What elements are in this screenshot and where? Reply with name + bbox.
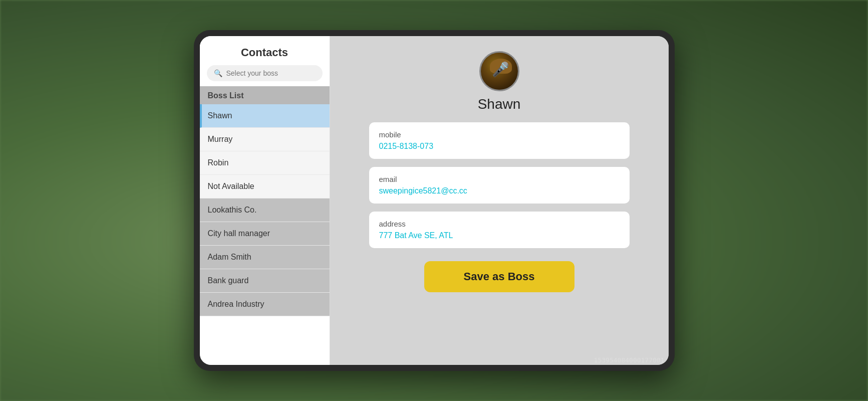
avatar	[479, 51, 519, 91]
contact-item-city-hall[interactable]: City hall manager	[200, 222, 330, 246]
email-card: email sweepingice5821@cc.cc	[369, 167, 630, 204]
contact-item-shawn[interactable]: Shawn	[200, 104, 330, 128]
email-value: sweepingice5821@cc.cc	[379, 186, 620, 195]
contact-item-andrea[interactable]: Andrea Industry	[200, 293, 330, 316]
section-boss-list: Boss List	[200, 86, 330, 104]
mobile-label: mobile	[379, 130, 620, 139]
search-bar[interactable]: 🔍	[207, 65, 323, 81]
sidebar-title: Contacts	[200, 36, 330, 65]
contact-item-adam-smith[interactable]: Adam Smith	[200, 246, 330, 269]
mobile-card: mobile 0215-8138-073	[369, 122, 630, 159]
mobile-value: 0215-8138-073	[379, 142, 620, 151]
address-card: address 777 Bat Ave SE, ATL	[369, 212, 630, 248]
address-value: 777 Bat Ave SE, ATL	[379, 231, 620, 240]
contact-item-robin[interactable]: Robin	[200, 151, 330, 175]
contact-list: Boss List Shawn Murray Robin Not Availab…	[200, 86, 330, 365]
save-as-boss-button[interactable]: Save as Boss	[424, 261, 574, 292]
search-input[interactable]	[226, 69, 316, 77]
contact-item-murray[interactable]: Murray	[200, 128, 330, 151]
contact-detail-header: Shawn	[478, 51, 521, 112]
address-label: address	[379, 220, 620, 228]
contact-item-bank-guard[interactable]: Bank guard	[200, 269, 330, 293]
contact-item-not-available[interactable]: Not Available	[200, 175, 330, 198]
contact-item-lookathis[interactable]: Lookathis Co.	[200, 198, 330, 222]
device-screen: Contacts 🔍 Boss List Shawn Murray Robin …	[200, 36, 669, 365]
sidebar: Contacts 🔍 Boss List Shawn Murray Robin …	[200, 36, 330, 365]
device-frame: Contacts 🔍 Boss List Shawn Murray Robin …	[194, 30, 675, 371]
avatar-image	[481, 51, 518, 91]
watermark: 153954084000177001	[594, 356, 665, 364]
email-label: email	[379, 175, 620, 183]
search-icon: 🔍	[214, 69, 222, 77]
contact-name: Shawn	[478, 96, 521, 112]
main-content: Shawn mobile 0215-8138-073 email sweepin…	[330, 36, 669, 365]
